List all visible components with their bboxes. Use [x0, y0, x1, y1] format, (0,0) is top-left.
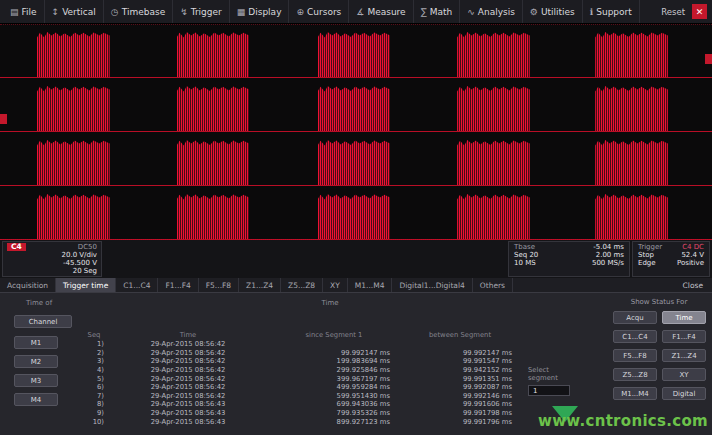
- vdiv-value: 20.0 V/div: [7, 251, 97, 259]
- since-cell: 799.935326 ms: [264, 409, 404, 417]
- tab-m1-m4[interactable]: M1...M4: [348, 278, 393, 292]
- trigger-level-marker[interactable]: [705, 54, 712, 64]
- oscilloscope-app: ▤File↕Vertical◷Timebase↯Trigger▦Display⊕…: [0, 0, 712, 435]
- menu-item-trigger[interactable]: ↯Trigger: [173, 0, 230, 23]
- menu-item-file[interactable]: ▤File: [3, 0, 45, 23]
- time-cell: 29-Apr-2015 08:56:42: [112, 366, 264, 374]
- table-header: since Segment 1: [264, 331, 404, 339]
- between-cell: 99.991547 ms: [404, 357, 516, 365]
- table-header: Seq: [76, 331, 112, 339]
- status-button-xy[interactable]: XY: [662, 368, 706, 381]
- status-strip: C4 DC50 20.0 V/div -45.500 V 20 Seg Tbas…: [0, 240, 712, 278]
- reset-button[interactable]: Reset: [661, 7, 685, 17]
- select-segment-label: Select segment: [528, 366, 580, 382]
- since-cell: 299.925846 ms: [264, 366, 404, 374]
- menu-item-label: Timebase: [122, 7, 165, 17]
- since-cell: 399.967197 ms: [264, 375, 404, 383]
- since-cell: 699.943036 ms: [264, 400, 404, 408]
- trigger-type: Edge: [638, 259, 656, 267]
- memory-button-m3[interactable]: M3: [14, 374, 58, 387]
- sample-count: 10 MS: [514, 259, 536, 267]
- trigger-slope: Positive: [677, 259, 704, 267]
- tab-acquisition[interactable]: Acquisition: [0, 278, 56, 292]
- dialog-close-button[interactable]: Close: [674, 278, 712, 292]
- tab-f1-f4[interactable]: F1...F4: [158, 278, 198, 292]
- table-header: Time: [112, 331, 264, 339]
- cursors-icon: ⊕: [296, 7, 304, 17]
- menu-item-cursors[interactable]: ⊕Cursors: [289, 0, 349, 23]
- waveform-burst: [37, 85, 110, 131]
- waveform-burst: [595, 193, 668, 239]
- trigger-level: 52.4 V: [681, 251, 704, 259]
- analysis-icon: ∿: [467, 7, 475, 17]
- table-row: 4)29-Apr-2015 08:56:42299.925846 ms99.94…: [76, 366, 516, 375]
- status-button-z1-z4[interactable]: Z1...Z4: [662, 349, 706, 362]
- utilities-icon: ⚙: [530, 7, 538, 17]
- between-cell: 99.992147 ms: [404, 349, 516, 357]
- status-button-f1-f4[interactable]: F1...F4: [662, 330, 706, 343]
- tab-digital1-digital4[interactable]: Digital1...Digital4: [392, 278, 472, 292]
- memory-button-m2[interactable]: M2: [14, 355, 58, 368]
- since-cell: 599.951430 ms: [264, 392, 404, 400]
- tab-c1-c4[interactable]: C1...C4: [116, 278, 158, 292]
- menu-item-label: Math: [430, 7, 453, 17]
- waveform-burst: [318, 85, 391, 131]
- seq-cell: 2): [76, 349, 112, 357]
- channel-indicator-marker[interactable]: [0, 114, 7, 124]
- status-button-digital[interactable]: Digital: [662, 387, 706, 400]
- waveform-burst: [457, 85, 530, 131]
- menu-item-label: Utilities: [541, 7, 575, 17]
- vertical-icon: ↕: [52, 7, 60, 17]
- menu-item-measure[interactable]: ∡Measure: [349, 0, 413, 23]
- waveform-burst: [37, 193, 110, 239]
- status-button-acqu[interactable]: Acqu: [613, 311, 657, 324]
- status-button-time[interactable]: Time: [662, 311, 706, 324]
- tab-others[interactable]: Others: [473, 278, 513, 292]
- memory-button-m1[interactable]: M1: [14, 336, 58, 349]
- support-icon: ℹ: [590, 7, 593, 17]
- waveform-burst: [457, 31, 530, 77]
- menu-item-math[interactable]: ∑Math: [414, 0, 461, 23]
- timebase-descriptor[interactable]: Tbase -5.04 ms Seq 20 2.00 ms 10 MS 500 …: [508, 241, 630, 277]
- memory-button-m4[interactable]: M4: [14, 393, 58, 406]
- menu-item-label: Cursors: [307, 7, 341, 17]
- channel-c4-descriptor[interactable]: C4 DC50 20.0 V/div -45.500 V 20 Seg: [2, 241, 102, 277]
- show-status-buttons: AcquTimeC1...C4F1...F4F5...F8Z1...Z4Z5..…: [613, 311, 706, 400]
- between-cell: 99.992087 ms: [404, 383, 516, 391]
- tab-z5-z8[interactable]: Z5...Z8: [281, 278, 323, 292]
- memory-buttons: M1M2M3M4: [14, 336, 58, 406]
- channel-button[interactable]: Channel: [14, 315, 72, 328]
- between-cell: 99.942152 ms: [404, 366, 516, 374]
- close-window-icon[interactable]: ✕: [692, 4, 707, 19]
- menu-item-utilities[interactable]: ⚙Utilities: [523, 0, 583, 23]
- time-section-label: Time: [270, 299, 390, 307]
- select-segment-input[interactable]: 1: [528, 385, 570, 396]
- status-dialog: AcquisitionTrigger timeC1...C4F1...F4F5.…: [0, 278, 712, 435]
- tab-f5-f8[interactable]: F5...F8: [199, 278, 239, 292]
- status-button-c1-c4[interactable]: C1...C4: [613, 330, 657, 343]
- trigger-descriptor[interactable]: Trigger C4 DC Stop 52.4 V Edge Positive: [632, 241, 710, 277]
- seq-cell: 6): [76, 383, 112, 391]
- status-button-f5-f8[interactable]: F5...F8: [613, 349, 657, 362]
- waveform-burst: [318, 193, 391, 239]
- menu-item-label: Analysis: [478, 7, 515, 17]
- status-button-z5-z8[interactable]: Z5...Z8: [613, 368, 657, 381]
- tab-trigger-time[interactable]: Trigger time: [56, 278, 116, 292]
- tab-xy[interactable]: XY: [323, 278, 348, 292]
- status-button-m1-m4[interactable]: M1...M4: [613, 387, 657, 400]
- tab-z1-z4[interactable]: Z1...Z4: [239, 278, 281, 292]
- table-header: between Segment: [404, 331, 516, 339]
- menu-item-analysis[interactable]: ∿Analysis: [460, 0, 523, 23]
- waveform-burst: [318, 31, 391, 77]
- tbase-label: Tbase: [514, 243, 535, 251]
- offset-value: -45.500 V: [7, 259, 97, 267]
- table-row: 3)29-Apr-2015 08:56:42199.983694 ms99.99…: [76, 357, 516, 366]
- trace-baseline: [0, 185, 712, 186]
- menu-item-support[interactable]: ℹSupport: [583, 0, 640, 23]
- menu-item-vertical[interactable]: ↕Vertical: [45, 0, 104, 23]
- trace-baseline: [0, 77, 712, 78]
- menu-item-timebase[interactable]: ◷Timebase: [104, 0, 173, 23]
- trigger-label: Trigger: [638, 243, 662, 251]
- seq-cell: 9): [76, 409, 112, 417]
- menu-item-display[interactable]: ▦Display: [230, 0, 290, 23]
